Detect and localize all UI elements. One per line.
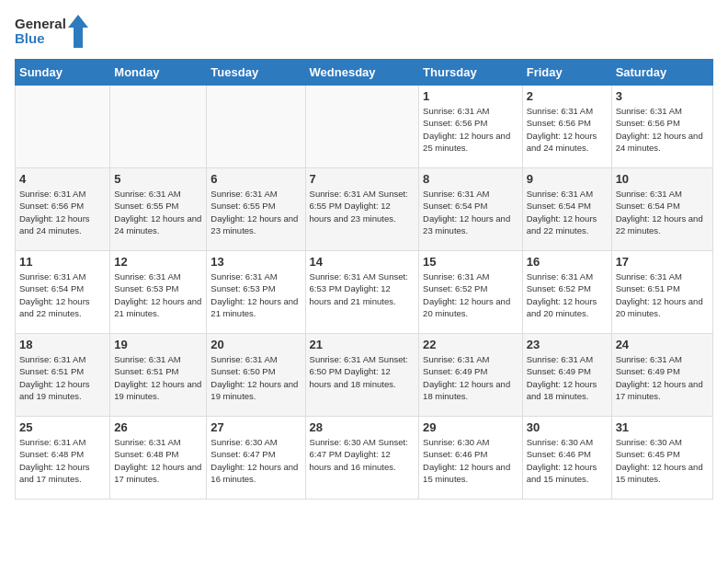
day-cell: 13Sunrise: 6:31 AM Sunset: 6:53 PM Dayli… bbox=[207, 251, 305, 334]
day-number: 25 bbox=[19, 420, 106, 434]
day-number: 13 bbox=[210, 255, 301, 269]
week-row-4: 25Sunrise: 6:31 AM Sunset: 6:48 PM Dayli… bbox=[16, 417, 713, 500]
header-cell-tuesday: Tuesday bbox=[207, 60, 305, 86]
day-cell: 2Sunrise: 6:31 AM Sunset: 6:56 PM Daylig… bbox=[522, 86, 611, 168]
day-info: Sunrise: 6:31 AM Sunset: 6:49 PM Dayligh… bbox=[616, 353, 709, 402]
day-cell: 31Sunrise: 6:30 AM Sunset: 6:45 PM Dayli… bbox=[611, 417, 712, 500]
day-number: 23 bbox=[527, 338, 608, 351]
day-info: Sunrise: 6:31 AM Sunset: 6:51 PM Dayligh… bbox=[19, 353, 106, 402]
day-info: Sunrise: 6:31 AM Sunset: 6:48 PM Dayligh… bbox=[114, 436, 202, 485]
header-row: SundayMondayTuesdayWednesdayThursdayFrid… bbox=[16, 60, 713, 86]
logo-blue: Blue bbox=[15, 31, 66, 47]
day-cell: 23Sunrise: 6:31 AM Sunset: 6:49 PM Dayli… bbox=[522, 334, 611, 417]
header-cell-monday: Monday bbox=[110, 60, 207, 86]
day-number: 7 bbox=[310, 172, 415, 186]
day-info: Sunrise: 6:31 AM Sunset: 6:55 PM Dayligh… bbox=[210, 188, 301, 236]
day-number: 19 bbox=[114, 338, 202, 351]
header-cell-friday: Friday bbox=[522, 60, 611, 86]
day-cell: 28Sunrise: 6:30 AM Sunset: 6:47 PM Dayli… bbox=[305, 417, 419, 500]
day-number: 3 bbox=[616, 89, 709, 103]
day-cell: 8Sunrise: 6:31 AM Sunset: 6:54 PM Daylig… bbox=[419, 168, 523, 251]
day-info: Sunrise: 6:31 AM Sunset: 6:54 PM Dayligh… bbox=[423, 188, 518, 236]
day-cell: 21Sunrise: 6:31 AM Sunset: 6:50 PM Dayli… bbox=[305, 334, 419, 417]
logo-arrow-icon bbox=[68, 15, 88, 48]
logo-text: General Blue bbox=[15, 17, 66, 47]
day-info: Sunrise: 6:30 AM Sunset: 6:47 PM Dayligh… bbox=[210, 436, 301, 485]
day-number: 8 bbox=[423, 172, 518, 186]
calendar-table: SundayMondayTuesdayWednesdayThursdayFrid… bbox=[15, 59, 713, 500]
day-cell: 16Sunrise: 6:31 AM Sunset: 6:52 PM Dayli… bbox=[522, 251, 611, 334]
day-cell: 18Sunrise: 6:31 AM Sunset: 6:51 PM Dayli… bbox=[16, 334, 110, 417]
day-cell: 26Sunrise: 6:31 AM Sunset: 6:48 PM Dayli… bbox=[110, 417, 207, 500]
day-number: 24 bbox=[616, 338, 709, 351]
day-cell: 12Sunrise: 6:31 AM Sunset: 6:53 PM Dayli… bbox=[110, 251, 207, 334]
day-cell: 10Sunrise: 6:31 AM Sunset: 6:54 PM Dayli… bbox=[611, 168, 712, 251]
day-info: Sunrise: 6:30 AM Sunset: 6:46 PM Dayligh… bbox=[423, 436, 518, 485]
day-info: Sunrise: 6:31 AM Sunset: 6:49 PM Dayligh… bbox=[527, 353, 608, 402]
day-info: Sunrise: 6:30 AM Sunset: 6:47 PM Dayligh… bbox=[310, 436, 415, 473]
day-cell: 4Sunrise: 6:31 AM Sunset: 6:56 PM Daylig… bbox=[16, 168, 110, 251]
day-number: 31 bbox=[616, 420, 709, 434]
logo-general: General bbox=[15, 17, 66, 32]
day-info: Sunrise: 6:31 AM Sunset: 6:52 PM Dayligh… bbox=[423, 270, 518, 319]
day-cell: 5Sunrise: 6:31 AM Sunset: 6:55 PM Daylig… bbox=[110, 168, 207, 251]
day-number: 5 bbox=[114, 172, 202, 186]
day-number: 28 bbox=[310, 420, 415, 434]
day-cell: 24Sunrise: 6:31 AM Sunset: 6:49 PM Dayli… bbox=[611, 334, 712, 417]
day-number: 29 bbox=[423, 420, 518, 434]
day-cell: 11Sunrise: 6:31 AM Sunset: 6:54 PM Dayli… bbox=[16, 251, 110, 334]
header-cell-wednesday: Wednesday bbox=[305, 60, 419, 86]
day-cell: 25Sunrise: 6:31 AM Sunset: 6:48 PM Dayli… bbox=[16, 417, 110, 500]
svg-marker-0 bbox=[68, 15, 88, 48]
day-info: Sunrise: 6:31 AM Sunset: 6:48 PM Dayligh… bbox=[19, 436, 106, 485]
day-info: Sunrise: 6:31 AM Sunset: 6:49 PM Dayligh… bbox=[423, 353, 518, 402]
day-info: Sunrise: 6:31 AM Sunset: 6:51 PM Dayligh… bbox=[114, 353, 202, 402]
week-row-0: 1Sunrise: 6:31 AM Sunset: 6:56 PM Daylig… bbox=[16, 86, 713, 168]
header: General Blue bbox=[15, 15, 713, 48]
header-cell-saturday: Saturday bbox=[611, 60, 712, 86]
day-info: Sunrise: 6:31 AM Sunset: 6:56 PM Dayligh… bbox=[616, 105, 709, 154]
day-number: 16 bbox=[527, 255, 608, 269]
week-row-2: 11Sunrise: 6:31 AM Sunset: 6:54 PM Dayli… bbox=[16, 251, 713, 334]
day-number: 10 bbox=[616, 172, 709, 186]
day-info: Sunrise: 6:31 AM Sunset: 6:50 PM Dayligh… bbox=[310, 353, 415, 390]
day-number: 9 bbox=[527, 172, 608, 186]
day-cell bbox=[305, 86, 419, 168]
day-number: 15 bbox=[423, 255, 518, 269]
day-cell: 1Sunrise: 6:31 AM Sunset: 6:56 PM Daylig… bbox=[419, 86, 523, 168]
day-number: 26 bbox=[114, 420, 202, 434]
day-info: Sunrise: 6:31 AM Sunset: 6:53 PM Dayligh… bbox=[114, 270, 202, 319]
day-info: Sunrise: 6:31 AM Sunset: 6:54 PM Dayligh… bbox=[19, 270, 106, 319]
header-cell-thursday: Thursday bbox=[419, 60, 523, 86]
day-info: Sunrise: 6:31 AM Sunset: 6:51 PM Dayligh… bbox=[616, 270, 709, 319]
day-number: 6 bbox=[210, 172, 301, 186]
day-cell: 6Sunrise: 6:31 AM Sunset: 6:55 PM Daylig… bbox=[207, 168, 305, 251]
day-info: Sunrise: 6:31 AM Sunset: 6:53 PM Dayligh… bbox=[310, 270, 415, 307]
day-cell: 19Sunrise: 6:31 AM Sunset: 6:51 PM Dayli… bbox=[110, 334, 207, 417]
day-cell: 3Sunrise: 6:31 AM Sunset: 6:56 PM Daylig… bbox=[611, 86, 712, 168]
logo-container: General Blue bbox=[15, 15, 88, 48]
day-cell: 29Sunrise: 6:30 AM Sunset: 6:46 PM Dayli… bbox=[419, 417, 523, 500]
day-number: 18 bbox=[19, 338, 106, 351]
day-info: Sunrise: 6:31 AM Sunset: 6:56 PM Dayligh… bbox=[423, 105, 518, 154]
day-number: 20 bbox=[210, 338, 301, 351]
day-info: Sunrise: 6:31 AM Sunset: 6:56 PM Dayligh… bbox=[527, 105, 608, 154]
day-cell: 27Sunrise: 6:30 AM Sunset: 6:47 PM Dayli… bbox=[207, 417, 305, 500]
day-number: 1 bbox=[423, 89, 518, 103]
week-row-3: 18Sunrise: 6:31 AM Sunset: 6:51 PM Dayli… bbox=[16, 334, 713, 417]
week-row-1: 4Sunrise: 6:31 AM Sunset: 6:56 PM Daylig… bbox=[16, 168, 713, 251]
logo: General Blue bbox=[15, 15, 88, 48]
day-cell bbox=[207, 86, 305, 168]
day-info: Sunrise: 6:31 AM Sunset: 6:53 PM Dayligh… bbox=[210, 270, 301, 319]
day-cell: 14Sunrise: 6:31 AM Sunset: 6:53 PM Dayli… bbox=[305, 251, 419, 334]
day-cell bbox=[16, 86, 110, 168]
day-info: Sunrise: 6:31 AM Sunset: 6:55 PM Dayligh… bbox=[114, 188, 202, 236]
day-info: Sunrise: 6:31 AM Sunset: 6:54 PM Dayligh… bbox=[616, 188, 709, 236]
day-cell bbox=[110, 86, 207, 168]
day-cell: 30Sunrise: 6:30 AM Sunset: 6:46 PM Dayli… bbox=[522, 417, 611, 500]
day-info: Sunrise: 6:31 AM Sunset: 6:54 PM Dayligh… bbox=[527, 188, 608, 236]
day-info: Sunrise: 6:31 AM Sunset: 6:50 PM Dayligh… bbox=[210, 353, 301, 402]
day-info: Sunrise: 6:30 AM Sunset: 6:46 PM Dayligh… bbox=[527, 436, 608, 485]
day-cell: 20Sunrise: 6:31 AM Sunset: 6:50 PM Dayli… bbox=[207, 334, 305, 417]
day-number: 30 bbox=[527, 420, 608, 434]
